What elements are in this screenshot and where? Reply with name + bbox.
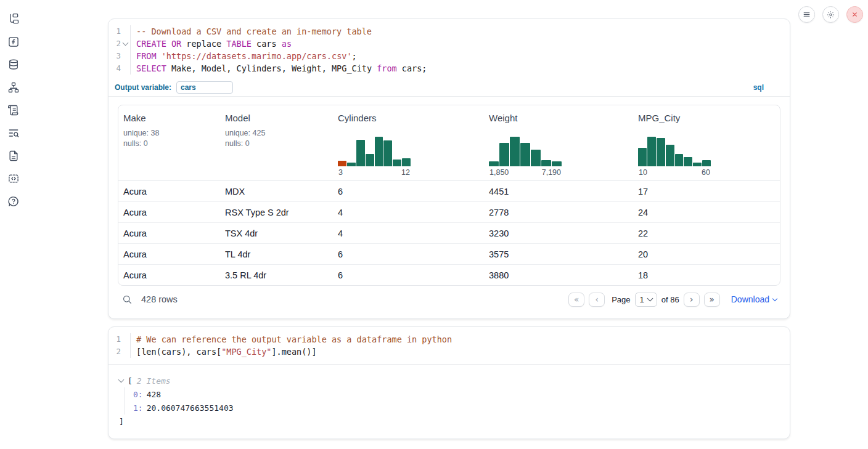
column-title: MPG_City: [638, 113, 775, 123]
histogram-bar: [499, 143, 509, 166]
table-cell: 17: [633, 187, 780, 196]
code-token: [157, 50, 162, 62]
column-title: Model: [225, 113, 328, 123]
table-cell: 3230: [484, 229, 633, 238]
column-histogram: 1,8507,190: [489, 137, 562, 177]
table-cell: RSX Type S 2dr: [220, 208, 333, 217]
code-line: 3FROM 'https://datasets.marimo.app/cars.…: [108, 50, 790, 62]
histogram-bar: [666, 145, 674, 166]
page-select-value: 1: [640, 295, 644, 304]
language-badge: sql: [753, 83, 764, 92]
prev-page-button[interactable]: ‹: [589, 293, 605, 307]
code-token: cars: [252, 38, 282, 50]
search-icon[interactable]: [121, 294, 133, 305]
column-header[interactable]: Cylinders312: [333, 105, 484, 180]
histogram-bar: [489, 161, 499, 166]
dependency-graph-icon[interactable]: [7, 81, 20, 94]
first-page-button[interactable]: «: [568, 293, 584, 307]
chevron-down-icon: [123, 40, 129, 46]
line-number: 3: [108, 50, 121, 62]
column-title: Cylinders: [338, 113, 479, 123]
code-token: OR: [171, 38, 181, 50]
table-cell: Acura: [118, 208, 220, 217]
column-stat: unique: 38: [123, 128, 215, 138]
histogram-max-label: 7,190: [542, 168, 561, 177]
fold-chevron-icon[interactable]: [121, 42, 130, 45]
table-row[interactable]: AcuraMDX6445117: [118, 181, 780, 201]
items-count-label: 2 Items: [137, 376, 171, 386]
table-cell: 22: [633, 229, 780, 238]
output-variable-input[interactable]: [176, 81, 233, 94]
table-cell: 4451: [484, 187, 633, 196]
column-stat: nulls: 0: [225, 139, 328, 148]
table-cell: 6: [333, 249, 484, 259]
sql-code-editor[interactable]: 1-- Download a CSV and create an in-memo…: [108, 19, 790, 78]
column-header[interactable]: Makeunique: 38nulls: 0: [118, 105, 220, 180]
function-icon[interactable]: [7, 35, 20, 49]
next-page-button[interactable]: ›: [684, 293, 700, 307]
table-cell: 6: [333, 270, 484, 280]
code-token: as: [282, 38, 292, 50]
code-token: "MPG_City": [221, 346, 271, 358]
histogram-bar: [657, 138, 665, 166]
column-header[interactable]: MPG_City1060: [633, 105, 780, 180]
download-button[interactable]: Download: [731, 294, 777, 304]
code-text: SELECT Make, Model, Cylinders, Weight, M…: [130, 62, 427, 75]
bracket-close: ]: [119, 415, 780, 428]
code-line: 2CREATE OR replace TABLE cars as: [108, 38, 790, 50]
histogram-bar: [552, 161, 562, 166]
tree-root[interactable]: [2 Items: [119, 374, 780, 387]
document-icon[interactable]: [7, 149, 20, 163]
settings-button[interactable]: [822, 6, 839, 23]
histogram-max-label: 60: [702, 168, 710, 177]
snippets-icon[interactable]: [7, 172, 20, 185]
line-number: 2: [108, 38, 121, 50]
output-variable-label: Output variable:: [115, 83, 171, 92]
menu-button[interactable]: [798, 6, 815, 23]
code-token: TABLE: [226, 38, 252, 50]
page-total-label: of 86: [661, 295, 679, 304]
line-number: 1: [108, 25, 121, 38]
line-number: 2: [108, 346, 121, 358]
sql-cell: 1-- Download a CSV and create an in-memo…: [108, 18, 790, 319]
table-cell: 3.5 RL 4dr: [220, 270, 333, 280]
column-header[interactable]: Modelunique: 425nulls: 0: [220, 105, 333, 180]
scroll-icon[interactable]: [7, 103, 20, 117]
table-cell: Acura: [118, 187, 220, 196]
file-tree-icon[interactable]: [7, 12, 20, 26]
database-icon[interactable]: [7, 58, 20, 71]
column-histogram: 1060: [638, 137, 711, 177]
table-row[interactable]: AcuraTL 4dr6357520: [118, 243, 780, 264]
text-search-icon[interactable]: [7, 126, 20, 140]
code-token: [166, 38, 171, 50]
chevron-down-icon: [118, 377, 125, 383]
code-text: FROM 'https://datasets.marimo.app/cars.c…: [130, 50, 357, 62]
python-code-editor[interactable]: 1# We can reference the output variable …: [108, 327, 790, 365]
data-table: Makeunique: 38nulls: 0Modelunique: 425nu…: [118, 105, 780, 286]
table-row[interactable]: AcuraTSX 4dr4323022: [118, 222, 780, 243]
column-header[interactable]: Weight1,8507,190: [484, 105, 633, 180]
table-row[interactable]: AcuraRSX Type S 2dr4277824: [118, 201, 780, 222]
tree-entry-value: 20.060747663551403: [147, 403, 234, 413]
histogram-range: 1,8507,190: [489, 168, 562, 177]
help-icon[interactable]: [7, 195, 20, 208]
histogram-bar: [638, 148, 647, 166]
code-text: CREATE OR replace TABLE cars as: [130, 38, 292, 50]
table-row[interactable]: Acura3.5 RL 4dr6388018: [118, 264, 780, 285]
table-cell: 24: [633, 208, 780, 217]
histogram-bar: [347, 163, 356, 166]
histogram-bar: [531, 150, 541, 166]
histogram-bar: [338, 161, 346, 166]
table-cell: Acura: [118, 229, 220, 238]
histogram-bar: [383, 140, 392, 166]
column-stat: unique: 425: [225, 128, 328, 138]
table-cell: 3575: [484, 249, 633, 259]
chevron-down-icon: [647, 296, 653, 302]
code-line: 4SELECT Make, Model, Cylinders, Weight, …: [108, 62, 790, 75]
tree-entry-value: 428: [147, 390, 161, 399]
histogram-bar: [684, 157, 692, 166]
shutdown-button[interactable]: [846, 6, 863, 23]
last-page-button[interactable]: »: [704, 293, 720, 307]
table-cell: MDX: [220, 187, 333, 196]
page-select[interactable]: 1: [635, 293, 657, 307]
